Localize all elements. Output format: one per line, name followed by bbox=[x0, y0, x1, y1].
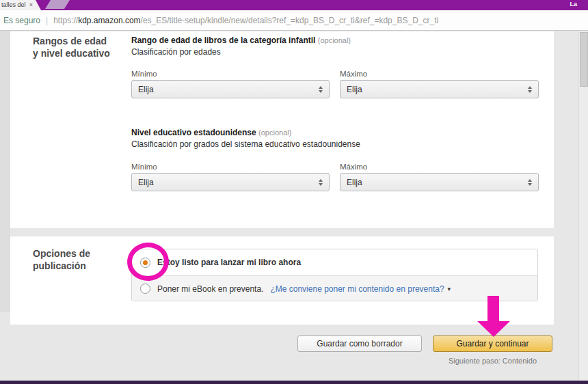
age-field-title-text: Rango de edad de libros de la categoría … bbox=[131, 36, 315, 45]
age-min-value: Elija bbox=[138, 85, 319, 94]
publish-section-label-line1: Opciones de bbox=[33, 247, 90, 260]
publish-options-group: Estoy listo para lanzar mi libro ahora P… bbox=[131, 249, 538, 301]
screenshot-stage: talles del × La Es seguro | https:// kdp… bbox=[0, 0, 588, 384]
url-path: /es_ES/title-setup/kindle/new/details?re… bbox=[141, 16, 439, 25]
age-section-label-line2: y nivel educativo bbox=[33, 47, 110, 59]
publish-option-preorder-label: Poner mi eBook en preventa. bbox=[157, 284, 263, 294]
tab-title: talles del bbox=[1, 1, 26, 8]
browser-tab[interactable]: talles del × bbox=[0, 0, 41, 10]
select-stepper-icon bbox=[319, 179, 323, 186]
grade-min-label: Mínimo bbox=[131, 163, 157, 171]
tab-close-icon[interactable]: × bbox=[29, 0, 33, 10]
age-field-optional-tag: (opcional) bbox=[318, 36, 351, 44]
age-range-panel: Rangos de edad y nivel educativo Rango d… bbox=[10, 31, 554, 228]
radio-unselected-icon[interactable] bbox=[140, 284, 150, 294]
security-indicator[interactable]: Es seguro bbox=[3, 16, 40, 25]
select-stepper-icon bbox=[528, 179, 532, 186]
grade-field-title: Nivel educativo estadounidense (opcional… bbox=[131, 128, 291, 137]
browser-tabbar: talles del × La bbox=[0, 0, 588, 10]
age-min-label: Mínimo bbox=[131, 70, 157, 78]
grade-max-label: Máximo bbox=[340, 163, 367, 171]
profile-label[interactable]: La bbox=[570, 1, 577, 8]
age-min-select[interactable]: Elija bbox=[131, 80, 330, 98]
bottom-window-edge bbox=[0, 381, 588, 384]
url-scheme: https:// bbox=[53, 16, 78, 25]
age-section-fields: Rango de edad de libros de la categoría … bbox=[131, 31, 550, 228]
preorder-help-link[interactable]: ¿Me conviene poner mi contenido en preve… bbox=[270, 284, 444, 294]
publish-section-label-line2: publicación bbox=[33, 260, 90, 272]
publishing-options-panel: Opciones de publicación Estoy listo para… bbox=[10, 236, 554, 325]
save-draft-button[interactable]: Guardar como borrador bbox=[297, 335, 422, 352]
grade-field-title-text: Nivel educativo estadounidense bbox=[131, 128, 256, 137]
scrollbar-thumb[interactable] bbox=[580, 32, 588, 87]
age-section-label-line1: Rangos de edad bbox=[33, 35, 110, 47]
age-field-title: Rango de edad de libros de la categoría … bbox=[131, 36, 351, 45]
next-step-text: Siguiente paso: Contenido bbox=[433, 357, 552, 365]
age-section-label: Rangos de edad y nivel educativo bbox=[33, 35, 110, 59]
scrollbar[interactable] bbox=[578, 31, 588, 381]
annotation-arrow-head-icon bbox=[477, 321, 510, 337]
caret-down-icon[interactable]: ▾ bbox=[448, 286, 451, 292]
left-gutter bbox=[0, 31, 10, 312]
age-max-select[interactable]: Elija bbox=[340, 80, 539, 98]
publish-option-ready[interactable]: Estoy listo para lanzar mi libro ahora bbox=[132, 249, 537, 275]
address-bar[interactable]: Es seguro | https:// kdp.amazon.com /es_… bbox=[0, 10, 588, 31]
new-tab-button[interactable] bbox=[45, 0, 70, 9]
grade-max-select[interactable]: Elija bbox=[340, 173, 539, 191]
grade-field-subtitle: Clasificación por grados del sistema edu… bbox=[131, 139, 360, 149]
select-stepper-icon bbox=[528, 86, 532, 93]
publish-section-label: Opciones de publicación bbox=[33, 247, 90, 272]
url-separator: | bbox=[46, 16, 48, 25]
select-stepper-icon bbox=[319, 86, 323, 93]
age-max-value: Elija bbox=[347, 85, 528, 94]
url-domain: kdp.amazon.com bbox=[78, 16, 140, 25]
publish-option-preorder[interactable]: Poner mi eBook en preventa. ¿Me conviene… bbox=[132, 275, 537, 301]
grade-field-optional-tag: (opcional) bbox=[258, 128, 291, 137]
save-continue-button[interactable]: Guardar y continuar bbox=[433, 335, 552, 352]
annotation-arrow bbox=[487, 296, 499, 323]
publish-option-ready-label: Estoy listo para lanzar mi libro ahora bbox=[157, 258, 301, 267]
grade-min-select[interactable]: Elija bbox=[131, 173, 330, 191]
grade-max-value: Elija bbox=[347, 178, 528, 187]
grade-min-value: Elija bbox=[138, 178, 319, 187]
age-max-label: Máximo bbox=[340, 70, 367, 78]
age-field-subtitle: Clasificación por edades bbox=[131, 47, 221, 57]
